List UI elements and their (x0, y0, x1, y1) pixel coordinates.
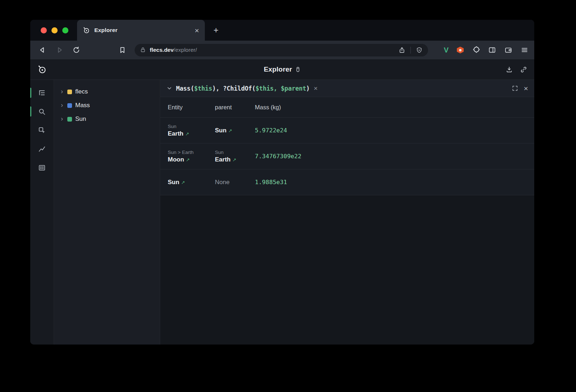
column-header-parent: parent (215, 104, 255, 111)
vue-devtools-icon[interactable]: V (444, 46, 449, 54)
mass-value: 7.34767309e22 (255, 153, 534, 160)
entity-name: Moon (168, 156, 184, 163)
query-term: ) (306, 85, 310, 92)
bookmark-icon[interactable] (116, 44, 129, 56)
share-link-icon[interactable] (520, 66, 527, 73)
parent-cell: Sun ↗ (215, 127, 255, 134)
sidebar-item-entity-tree[interactable] (37, 88, 47, 98)
wallet-icon[interactable] (504, 46, 512, 54)
sidebar-item-memory[interactable] (37, 163, 47, 173)
fullscreen-icon[interactable] (512, 85, 518, 91)
back-button[interactable] (36, 44, 49, 56)
page-title: Explorer (264, 65, 292, 73)
entity-name: Earth (168, 130, 183, 137)
mass-value: 5.9722e24 (255, 127, 534, 134)
new-tab-button[interactable]: + (211, 25, 221, 36)
table-row: Sun > Earth Moon ↗ Sun Earth ↗ 7.3476730… (160, 143, 534, 169)
result-table-header: Entity parent Mass (kg) (160, 97, 534, 118)
open-link-icon: ↗ (228, 128, 232, 133)
desktop: { "browser": { "tab_title": "Explorer", … (0, 0, 576, 392)
query-term: ?ChildOf( (223, 85, 255, 92)
entity-name: Sun (168, 179, 179, 186)
query-clear-button[interactable]: × (314, 85, 318, 92)
hexagon-extension-icon[interactable] (457, 47, 464, 54)
browser-window: Explorer × + flecs.dev/explorer/ (30, 20, 534, 345)
tree-item-label: flecs (75, 88, 88, 95)
browser-toolbar: flecs.dev/explorer/ (30, 41, 534, 59)
entity-tree-panel: › flecs › Mass › Sun (54, 80, 160, 345)
sidebar-item-statistics[interactable] (37, 144, 47, 154)
table-row: Sun Earth ↗ Sun ↗ 5.9722e24 (160, 118, 534, 143)
tree-item-mass[interactable]: › Mass (60, 99, 160, 112)
entity-link[interactable]: Moon ↗ (168, 156, 215, 163)
extensions-puzzle-icon[interactable] (472, 46, 480, 54)
brave-shield-icon[interactable] (416, 47, 423, 54)
tab-close-button[interactable]: × (195, 27, 199, 34)
expand-chevron-icon[interactable]: › (60, 88, 64, 95)
flecs-favicon-icon (83, 27, 90, 34)
lock-icon (140, 47, 146, 53)
mass-value: 1.9885e31 (255, 179, 534, 186)
reload-button[interactable] (70, 44, 83, 56)
zoom-window-button[interactable] (62, 27, 68, 33)
entity-parent-path: Sun (168, 124, 215, 129)
sidebar-toggle-icon[interactable] (488, 46, 496, 54)
parent-cell: Sun Earth ↗ (215, 150, 255, 163)
query-variable: $this (194, 85, 212, 92)
tab-strip: Explorer × + (30, 20, 534, 41)
tree-item-flecs[interactable]: › flecs (60, 85, 160, 99)
window-controls (30, 20, 68, 41)
address-bar-divider (410, 47, 411, 54)
minimize-window-button[interactable] (51, 27, 58, 33)
tree-item-label: Sun (75, 115, 86, 123)
url-path: /explorer/ (174, 47, 197, 53)
query-panel: Mass($this), ?ChildOf($this, $parent) × … (160, 80, 534, 345)
tree-item-label: Mass (75, 102, 90, 109)
entity-color-swatch (67, 90, 72, 94)
entity-cell: Sun ↗ (168, 179, 215, 186)
query-term: ), (212, 85, 223, 92)
share-icon[interactable] (399, 47, 405, 54)
panel-close-button[interactable]: × (524, 85, 528, 92)
url-host: flecs.dev (150, 47, 174, 53)
tree-item-sun[interactable]: › Sun (60, 112, 160, 126)
active-indicator (30, 88, 31, 98)
entity-link[interactable]: Sun ↗ (215, 127, 255, 134)
table-row: Sun ↗ None 1.9885e31 (160, 169, 534, 195)
sidebar-item-inspector[interactable] (37, 125, 47, 135)
open-link-icon: ↗ (232, 157, 236, 163)
open-link-icon: ↗ (185, 131, 189, 137)
address-bar[interactable]: flecs.dev/explorer/ (135, 44, 428, 56)
open-link-icon: ↗ (181, 180, 185, 185)
menu-hamburger-icon[interactable] (521, 46, 528, 54)
parent-name: Sun (215, 127, 226, 134)
forward-button[interactable] (53, 44, 66, 56)
close-window-button[interactable] (41, 27, 47, 33)
sidebar-item-search[interactable] (37, 106, 47, 117)
entity-color-swatch (67, 103, 72, 108)
chevron-down-icon[interactable] (166, 85, 172, 91)
expand-chevron-icon[interactable]: › (60, 115, 64, 122)
query-term: Mass( (176, 85, 194, 92)
extension-area: V (444, 46, 528, 54)
url-text: flecs.dev/explorer/ (150, 47, 197, 53)
parent-cell: None (215, 179, 255, 186)
browser-tab-explorer[interactable]: Explorer × (77, 20, 205, 41)
entity-link[interactable]: Earth ↗ (215, 156, 255, 163)
active-indicator (30, 106, 31, 117)
explorer-header: Explorer (30, 59, 534, 80)
entity-cell: Sun Earth ↗ (168, 124, 215, 137)
icon-sidebar (30, 80, 54, 345)
entity-cell: Sun > Earth Moon ↗ (168, 150, 215, 163)
download-icon[interactable] (505, 66, 513, 73)
open-link-icon: ↗ (186, 157, 190, 163)
entity-link[interactable]: Earth ↗ (168, 130, 215, 137)
query-variable: $this, $parent (256, 85, 306, 92)
entity-link[interactable]: Sun ↗ (168, 179, 215, 186)
query-expression[interactable]: Mass($this), ?ChildOf($this, $parent) (176, 85, 310, 92)
column-header-mass: Mass (kg) (255, 104, 534, 111)
flecs-logo-icon[interactable] (30, 65, 54, 74)
expand-chevron-icon[interactable]: › (60, 102, 64, 108)
query-header: Mass($this), ?ChildOf($this, $parent) × … (160, 80, 534, 97)
parent-name: Earth (215, 156, 230, 163)
